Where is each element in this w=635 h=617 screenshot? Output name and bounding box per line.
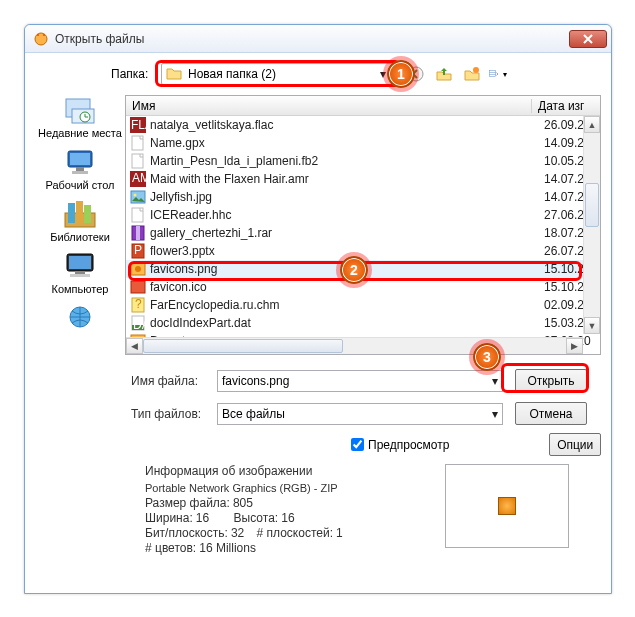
file-name: docIdIndexPart.dat: [150, 316, 544, 330]
preview-pane: [445, 464, 569, 548]
svg-point-4: [473, 67, 479, 73]
place-libraries[interactable]: Библиотеки: [50, 199, 110, 243]
new-folder-icon[interactable]: [461, 65, 483, 83]
svg-rect-27: [132, 154, 143, 168]
hscroll-thumb[interactable]: [143, 339, 343, 353]
svg-rect-14: [72, 171, 88, 174]
svg-rect-22: [70, 274, 90, 277]
scroll-left-icon[interactable]: ◀: [126, 338, 143, 354]
file-row[interactable]: Jellyfish.jpg14.07.20: [126, 188, 600, 206]
place-network[interactable]: [62, 303, 98, 335]
file-icon: ?: [130, 297, 146, 313]
file-icon: FLAC: [130, 117, 146, 133]
svg-rect-34: [136, 226, 140, 240]
scroll-thumb[interactable]: [585, 183, 599, 227]
filename-label: Имя файла:: [131, 374, 217, 388]
svg-rect-18: [84, 205, 91, 223]
svg-rect-12: [70, 153, 90, 165]
file-icon: P: [130, 243, 146, 259]
file-name: FarEncyclopedia.ru.chm: [150, 298, 544, 312]
chevron-down-icon[interactable]: ▾: [492, 374, 498, 388]
filename-input[interactable]: favicons.png ▾: [217, 370, 503, 392]
svg-text:FLAC: FLAC: [131, 118, 146, 132]
svg-point-1: [37, 34, 39, 36]
callout-1: 1: [387, 60, 415, 88]
chevron-down-icon[interactable]: ▾: [492, 407, 498, 421]
file-icon: DAT: [130, 315, 146, 331]
preview-label: Предпросмотр: [368, 438, 449, 452]
folder-dropdown[interactable]: Новая папка (2) ▾: [161, 63, 395, 85]
svg-rect-21: [75, 271, 85, 274]
svg-point-38: [135, 266, 141, 272]
image-info: Информация об изображении Portable Netwo…: [135, 464, 445, 556]
horizontal-scrollbar[interactable]: ◀ ▶: [126, 337, 583, 354]
file-icon: [130, 153, 146, 169]
file-row[interactable]: DATdocIdIndexPart.dat15.03.20: [126, 314, 600, 332]
filetype-dropdown[interactable]: Все файлы ▾: [217, 403, 503, 425]
titlebar: Открыть файлы: [25, 25, 611, 53]
filetype-label: Тип файлов:: [131, 407, 217, 421]
close-icon: [583, 34, 593, 44]
col-name[interactable]: Имя: [126, 99, 532, 113]
col-date[interactable]: Дата изг: [532, 99, 600, 113]
file-icon: [130, 279, 146, 295]
svg-text:DAT: DAT: [133, 318, 146, 331]
open-file-dialog: Открыть файлы Папка: Новая папка (2) ▾ ▾: [24, 24, 612, 594]
place-recent[interactable]: Недавние места: [38, 95, 122, 139]
file-name: natalya_vetlitskaya.flac: [150, 118, 544, 132]
file-name: gallery_chertezhi_1.rar: [150, 226, 544, 240]
folder-icon: [166, 66, 182, 82]
file-name: Maid with the Flaxen Hair.amr: [150, 172, 544, 186]
svg-text:?: ?: [135, 297, 142, 311]
svg-point-0: [35, 33, 47, 45]
scroll-right-icon[interactable]: ▶: [566, 338, 583, 354]
svg-rect-17: [76, 201, 83, 223]
folder-label: Папка:: [111, 67, 155, 81]
preview-checkbox[interactable]: [351, 438, 364, 451]
file-row[interactable]: Martin_Pesn_lda_i_plameni.fb210.05.20: [126, 152, 600, 170]
svg-point-2: [43, 34, 45, 36]
file-icon: [130, 261, 146, 277]
scroll-down-icon[interactable]: ▼: [584, 317, 600, 334]
svg-rect-13: [76, 167, 84, 171]
window-title: Открыть файлы: [55, 32, 569, 46]
file-list: Имя Дата изг FLACnatalya_vetlitskaya.fla…: [125, 95, 601, 355]
place-computer[interactable]: Компьютер: [52, 251, 109, 295]
up-icon[interactable]: [433, 65, 455, 83]
svg-rect-16: [68, 203, 75, 223]
svg-rect-32: [132, 208, 143, 222]
file-row[interactable]: FLACnatalya_vetlitskaya.flac26.09.20: [126, 116, 600, 134]
file-icon: [130, 189, 146, 205]
close-button[interactable]: [569, 30, 607, 48]
vertical-scrollbar[interactable]: ▲ ▼: [583, 116, 600, 334]
place-desktop[interactable]: Рабочий стол: [45, 147, 114, 191]
svg-rect-26: [132, 136, 143, 150]
options-button[interactable]: Опции: [549, 433, 601, 456]
open-button[interactable]: Открыть: [515, 369, 587, 392]
app-icon: [33, 31, 49, 47]
file-icon: [130, 135, 146, 151]
svg-text:AMR: AMR: [132, 171, 146, 185]
file-row[interactable]: Name.gpx14.09.20: [126, 134, 600, 152]
scroll-up-icon[interactable]: ▲: [584, 116, 600, 133]
file-row[interactable]: ICEReader.hhc27.06.20: [126, 206, 600, 224]
view-mode-icon[interactable]: ▾: [489, 65, 511, 83]
file-row[interactable]: Pflower3.pptx26.07.20: [126, 242, 600, 260]
cancel-button[interactable]: Отмена: [515, 402, 587, 425]
svg-rect-39: [131, 281, 145, 293]
file-row[interactable]: ?FarEncyclopedia.ru.chm02.09.20: [126, 296, 600, 314]
svg-text:P: P: [134, 243, 142, 257]
file-icon: [130, 207, 146, 223]
svg-rect-5: [489, 71, 495, 77]
file-row[interactable]: gallery_chertezhi_1.rar18.07.20: [126, 224, 600, 242]
file-name: flower3.pptx: [150, 244, 544, 258]
file-row[interactable]: AMRMaid with the Flaxen Hair.amr14.07.20: [126, 170, 600, 188]
file-name: ICEReader.hhc: [150, 208, 544, 222]
file-name: Martin_Pesn_lda_i_plameni.fb2: [150, 154, 544, 168]
callout-2: 2: [340, 256, 368, 284]
file-name: Jellyfish.jpg: [150, 190, 544, 204]
file-name: Name.gpx: [150, 136, 544, 150]
file-icon: [130, 225, 146, 241]
svg-point-31: [134, 194, 137, 197]
preview-thumbnail: [498, 497, 516, 515]
